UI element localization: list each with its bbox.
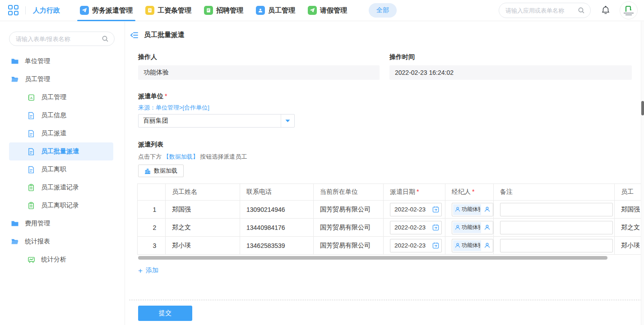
table-row: 1 郑国强 13090214946 国芳贸易有限公司 2022-02-23 功能… <box>138 201 644 219</box>
cell-company: 国芳贸易有限公司 <box>314 237 384 255</box>
search-icon[interactable] <box>578 7 585 14</box>
topbar: 人力行政 劳务派遣管理 工资条管理 招聘管理 员工管理 请假管理 全部 <box>0 0 644 21</box>
required-marker: * <box>165 92 167 100</box>
row-index: 2 <box>138 219 166 237</box>
cell-employee: 郑国强 <box>615 201 644 219</box>
sidebar-item-label: 员工管理 <box>25 75 50 83</box>
required-marker: * <box>472 188 474 195</box>
person-picker-icon[interactable] <box>481 206 493 212</box>
date-picker[interactable]: 2022-02-23 <box>390 203 442 216</box>
note-input[interactable] <box>500 221 613 234</box>
date-value: 2022-02-23 <box>390 242 430 249</box>
apps-grid-icon[interactable] <box>8 5 19 16</box>
account-avatar[interactable] <box>620 1 638 19</box>
unit-label: 派遣单位 <box>138 92 163 100</box>
search-icon[interactable] <box>102 35 109 42</box>
form-search-input[interactable] <box>16 36 102 42</box>
clipboard-icon <box>27 201 35 210</box>
sidebar-item-label: 员工批量派遣 <box>41 147 79 156</box>
calendar-icon[interactable] <box>430 206 441 213</box>
hint-suffix: 按钮选择派遣员工 <box>200 153 247 160</box>
person-icon <box>455 224 460 230</box>
calendar-icon[interactable] <box>430 224 441 231</box>
sidebar-item-dispatch-records[interactable]: 员工派遣记录 <box>0 179 125 197</box>
sidebar-item-stat-reports[interactable]: 统计报表 <box>0 233 125 251</box>
sidebar-item-unit-mgmt[interactable]: 单位管理 <box>0 52 125 70</box>
tab-payslip[interactable]: 工资条管理 <box>145 0 191 21</box>
tab-label: 员工管理 <box>268 6 295 15</box>
send-icon <box>80 6 89 15</box>
id-card-icon: A <box>27 93 35 101</box>
person-picker-icon[interactable] <box>481 243 493 248</box>
note-input[interactable] <box>500 239 613 252</box>
cell-phone: 13090214946 <box>240 201 314 219</box>
cell-company: 国芳贸易有限公司 <box>314 219 384 237</box>
sidebar-item-employee-batch-dispatch[interactable]: 员工批量派遣 <box>9 142 113 160</box>
unit-select[interactable]: 百丽集团 <box>138 114 295 128</box>
sidebar-item-stat-analysis[interactable]: 统计分析 <box>0 251 125 269</box>
sidebar-item-employee-info[interactable]: 员工信息 <box>0 106 125 124</box>
nav-home[interactable]: 人力行政 <box>33 6 60 15</box>
person-picker-icon[interactable] <box>481 224 493 230</box>
hint-load-link[interactable]: 【数据加载】 <box>163 153 199 160</box>
tab-label: 请假管理 <box>320 6 347 15</box>
col-employee: 员工 <box>615 184 644 201</box>
tab-recruit[interactable]: 招聘管理 <box>204 0 243 21</box>
calendar-icon[interactable] <box>430 242 441 249</box>
tab-employee[interactable]: 员工管理 <box>256 0 295 21</box>
sidebar-item-employee-mgmt[interactable]: A 员工管理 <box>0 88 125 106</box>
broker-field[interactable]: 功能体验 <box>452 239 493 252</box>
cell-name: 郑小瑛 <box>166 237 240 255</box>
table-horizontal-scrollbar[interactable] <box>138 256 607 260</box>
date-picker[interactable]: 2022-02-23 <box>390 239 442 252</box>
col-note: 备注 <box>494 184 615 201</box>
bell-icon[interactable] <box>602 6 610 15</box>
dispatch-hint: 点击下方 【数据加载】 按钮选择派遣员工 <box>138 153 632 161</box>
all-apps-button[interactable]: 全部 <box>369 3 397 18</box>
collapse-menu-icon[interactable] <box>130 32 139 39</box>
broker-field[interactable]: 功能体验 <box>452 203 493 216</box>
sidebar-item-label: 员工信息 <box>41 111 66 119</box>
chevron-down-icon[interactable] <box>281 114 294 127</box>
cell-phone: 13462583539 <box>240 237 314 255</box>
app-search-input[interactable] <box>505 7 578 14</box>
page-vertical-scrollbar[interactable] <box>641 22 644 325</box>
sidebar-item-employee-resign[interactable]: 员工离职 <box>0 160 125 179</box>
sidebar-item-label: 单位管理 <box>25 57 50 65</box>
broker-tag: 功能体验 <box>453 204 481 215</box>
sidebar-item-label: 统计报表 <box>25 238 50 246</box>
form-footer: 提交 <box>129 300 644 325</box>
date-picker[interactable]: 2022-02-23 <box>390 221 442 234</box>
bar-chart-icon <box>144 168 151 174</box>
sidebar-item-resign-records[interactable]: 员工离职记录 <box>0 197 125 215</box>
cell-phone: 13440984176 <box>240 219 314 237</box>
payslip-icon <box>145 6 154 15</box>
sidebar-item-employee-mgmt-folder[interactable]: 员工管理 <box>0 70 125 88</box>
person-icon <box>256 6 265 15</box>
submit-button[interactable]: 提交 <box>138 306 192 321</box>
cell-employee: 郑之文 <box>615 219 644 237</box>
sidebar-item-employee-dispatch[interactable]: 员工派遣 <box>0 124 125 142</box>
broker-tag: 功能体验 <box>453 240 481 251</box>
unit-source-link[interactable]: 来源：单位管理>[合作单位] <box>138 104 632 112</box>
recruit-icon <box>204 6 213 15</box>
tab-leave[interactable]: 请假管理 <box>308 0 347 21</box>
data-load-button[interactable]: 数据加载 <box>138 165 184 177</box>
note-input[interactable] <box>500 203 613 216</box>
sidebar-item-label: 费用管理 <box>25 220 50 228</box>
scrollbar-thumb[interactable] <box>641 101 644 115</box>
sidebar-item-expense-mgmt[interactable]: 费用管理 <box>0 215 125 233</box>
topbar-divider <box>25 6 26 14</box>
document-icon <box>27 147 35 156</box>
broker-field[interactable]: 功能体验 <box>452 221 493 234</box>
svg-text:A: A <box>30 96 32 100</box>
logo-text-line <box>624 13 634 14</box>
tab-labor-dispatch[interactable]: 劳务派遣管理 <box>80 0 133 21</box>
add-row-button[interactable]: + 添加 <box>138 266 158 275</box>
tab-label: 工资条管理 <box>158 6 191 15</box>
date-value: 2022-02-23 <box>390 206 430 213</box>
operator-value: 功能体验 <box>138 65 380 80</box>
date-value: 2022-02-23 <box>390 224 430 231</box>
table-row: 2 郑之文 13440984176 国芳贸易有限公司 2022-02-23 功能… <box>138 219 644 237</box>
folder-open-icon <box>11 238 19 246</box>
